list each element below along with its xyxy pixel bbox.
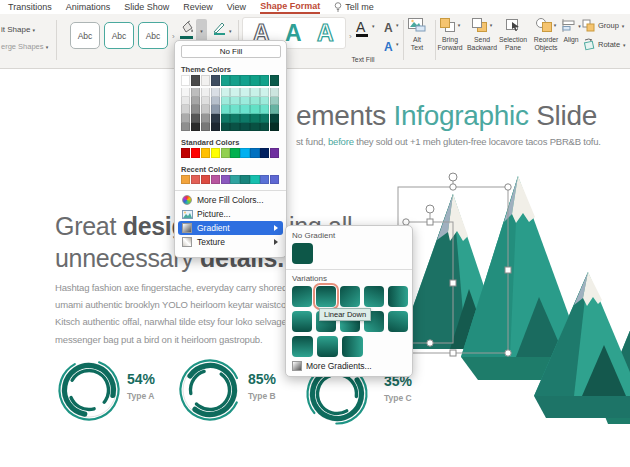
menu-item-texture[interactable]: Texture bbox=[178, 235, 283, 249]
theme-color-variant-swatch[interactable] bbox=[221, 123, 230, 132]
standard-color-swatch[interactable] bbox=[201, 148, 210, 157]
standard-color-swatch[interactable] bbox=[240, 148, 249, 157]
theme-color-variant-swatch[interactable] bbox=[230, 97, 239, 106]
gradient-variation-swatch[interactable] bbox=[292, 311, 312, 332]
theme-color-variant-swatch[interactable] bbox=[221, 105, 230, 114]
more-gradients-button[interactable]: More Gradients... bbox=[292, 361, 406, 371]
theme-color-variant-swatch[interactable] bbox=[201, 105, 210, 114]
theme-color-variant-swatch[interactable] bbox=[230, 114, 239, 123]
theme-color-variant-swatch[interactable] bbox=[181, 97, 190, 106]
tab-slide-show[interactable]: Slide Show bbox=[124, 2, 169, 13]
style-gallery-more-icon[interactable]: › bbox=[172, 32, 175, 41]
theme-color-swatch[interactable] bbox=[201, 75, 210, 86]
theme-color-variant-swatch[interactable] bbox=[240, 97, 249, 106]
standard-color-swatch[interactable] bbox=[191, 148, 200, 157]
recent-color-swatch[interactable] bbox=[211, 175, 220, 184]
wordart-style-3[interactable]: A bbox=[317, 20, 334, 47]
theme-color-variant-swatch[interactable] bbox=[230, 123, 239, 132]
theme-color-variant-swatch[interactable] bbox=[181, 88, 190, 97]
shape-style-abc-3[interactable]: Abc bbox=[138, 22, 168, 49]
theme-color-variant-swatch[interactable] bbox=[260, 97, 269, 106]
gradient-variation-swatch[interactable] bbox=[292, 336, 313, 357]
gradient-variation-swatch[interactable] bbox=[292, 286, 312, 307]
theme-color-variant-swatch[interactable] bbox=[260, 105, 269, 114]
theme-color-variant-swatch[interactable] bbox=[270, 97, 279, 106]
no-gradient-swatch[interactable] bbox=[292, 243, 313, 264]
wordart-style-2[interactable]: A bbox=[285, 20, 302, 47]
theme-color-variant-swatch[interactable] bbox=[181, 123, 190, 132]
theme-color-swatch[interactable] bbox=[260, 75, 269, 86]
theme-color-swatch[interactable] bbox=[211, 75, 220, 86]
recent-color-swatch[interactable] bbox=[270, 175, 279, 184]
theme-color-swatch[interactable] bbox=[230, 75, 239, 86]
standard-color-swatch[interactable] bbox=[270, 148, 279, 157]
recent-color-swatch[interactable] bbox=[240, 175, 249, 184]
theme-color-variant-swatch[interactable] bbox=[250, 114, 259, 123]
recent-color-swatch[interactable] bbox=[221, 175, 230, 184]
edit-shape-button[interactable]: it Shape ▾ bbox=[1, 25, 35, 34]
theme-color-variant-swatch[interactable] bbox=[240, 123, 249, 132]
menu-item-picture[interactable]: Picture... bbox=[178, 207, 283, 221]
gradient-variation-swatch[interactable] bbox=[364, 286, 384, 307]
theme-color-variant-swatch[interactable] bbox=[211, 97, 220, 106]
group-button[interactable]: Group▾ bbox=[582, 19, 624, 32]
shape-style-abc-1[interactable]: Abc bbox=[70, 22, 100, 49]
theme-color-variant-swatch[interactable] bbox=[240, 105, 249, 114]
theme-color-variant-swatch[interactable] bbox=[230, 88, 239, 97]
theme-color-variant-swatch[interactable] bbox=[250, 105, 259, 114]
theme-color-variant-swatch[interactable] bbox=[240, 88, 249, 97]
menu-item-gradient[interactable]: Gradient bbox=[178, 221, 283, 235]
theme-color-variant-swatch[interactable] bbox=[230, 105, 239, 114]
standard-color-swatch[interactable] bbox=[260, 148, 269, 157]
theme-color-variant-swatch[interactable] bbox=[260, 114, 269, 123]
theme-color-swatch[interactable] bbox=[240, 75, 249, 86]
theme-color-variant-swatch[interactable] bbox=[201, 114, 210, 123]
theme-color-variant-swatch[interactable] bbox=[260, 123, 269, 132]
text-outline-button[interactable]: A ▾ bbox=[384, 18, 393, 36]
gradient-variation-swatch[interactable] bbox=[388, 311, 408, 332]
recent-color-swatch[interactable] bbox=[250, 175, 259, 184]
recent-color-swatch[interactable] bbox=[191, 175, 200, 184]
theme-color-variant-swatch[interactable] bbox=[270, 123, 279, 132]
mountains-graphic[interactable] bbox=[390, 160, 630, 430]
theme-color-variant-swatch[interactable] bbox=[211, 88, 220, 97]
theme-color-variant-swatch[interactable] bbox=[270, 114, 279, 123]
gradient-variation-swatch[interactable] bbox=[317, 336, 338, 357]
theme-color-variant-swatch[interactable] bbox=[191, 105, 200, 114]
theme-color-variant-swatch[interactable] bbox=[191, 97, 200, 106]
text-fill-button[interactable]: A ▾ bbox=[356, 18, 368, 37]
no-fill-button[interactable]: No Fill bbox=[181, 45, 281, 58]
gradient-variation-swatch[interactable] bbox=[316, 286, 336, 307]
tab-shape-format[interactable]: Shape Format bbox=[260, 1, 320, 14]
tab-view[interactable]: View bbox=[227, 2, 246, 13]
theme-color-variant-swatch[interactable] bbox=[250, 97, 259, 106]
recent-color-swatch[interactable] bbox=[181, 175, 190, 184]
theme-color-variant-swatch[interactable] bbox=[181, 114, 190, 123]
standard-color-swatch[interactable] bbox=[221, 148, 230, 157]
theme-color-variant-swatch[interactable] bbox=[240, 114, 249, 123]
standard-color-swatch[interactable] bbox=[211, 148, 220, 157]
theme-color-swatch[interactable] bbox=[191, 75, 200, 86]
theme-color-swatch[interactable] bbox=[270, 75, 279, 86]
standard-color-swatch[interactable] bbox=[230, 148, 239, 157]
gradient-variation-swatch[interactable] bbox=[342, 336, 363, 357]
text-effects-button[interactable]: A ▾ bbox=[384, 37, 393, 55]
recent-color-swatch[interactable] bbox=[201, 175, 210, 184]
theme-color-variant-swatch[interactable] bbox=[250, 123, 259, 132]
gradient-variation-swatch[interactable] bbox=[340, 286, 360, 307]
theme-color-variant-swatch[interactable] bbox=[211, 123, 220, 132]
tab-tell-me[interactable]: Tell me bbox=[334, 2, 374, 13]
tab-review[interactable]: Review bbox=[183, 2, 213, 13]
theme-color-swatch[interactable] bbox=[250, 75, 259, 86]
tab-animations[interactable]: Animations bbox=[66, 2, 111, 13]
theme-color-variant-swatch[interactable] bbox=[270, 88, 279, 97]
theme-color-variant-swatch[interactable] bbox=[221, 114, 230, 123]
theme-color-variant-swatch[interactable] bbox=[270, 105, 279, 114]
recent-color-swatch[interactable] bbox=[260, 175, 269, 184]
theme-color-variant-swatch[interactable] bbox=[181, 105, 190, 114]
theme-color-variant-swatch[interactable] bbox=[191, 88, 200, 97]
shape-style-abc-2[interactable]: Abc bbox=[104, 22, 134, 49]
theme-color-variant-swatch[interactable] bbox=[191, 114, 200, 123]
theme-color-variant-swatch[interactable] bbox=[211, 105, 220, 114]
recent-color-swatch[interactable] bbox=[230, 175, 239, 184]
